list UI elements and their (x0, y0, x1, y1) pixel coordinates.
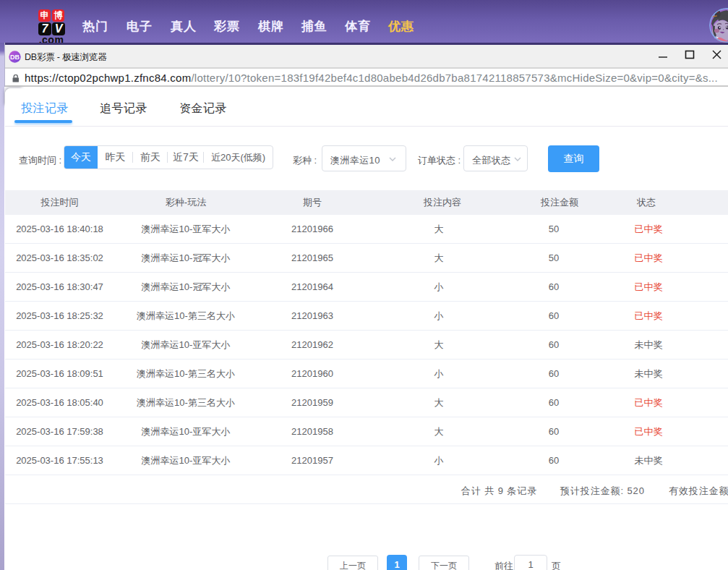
svg-text:DB: DB (10, 54, 20, 61)
